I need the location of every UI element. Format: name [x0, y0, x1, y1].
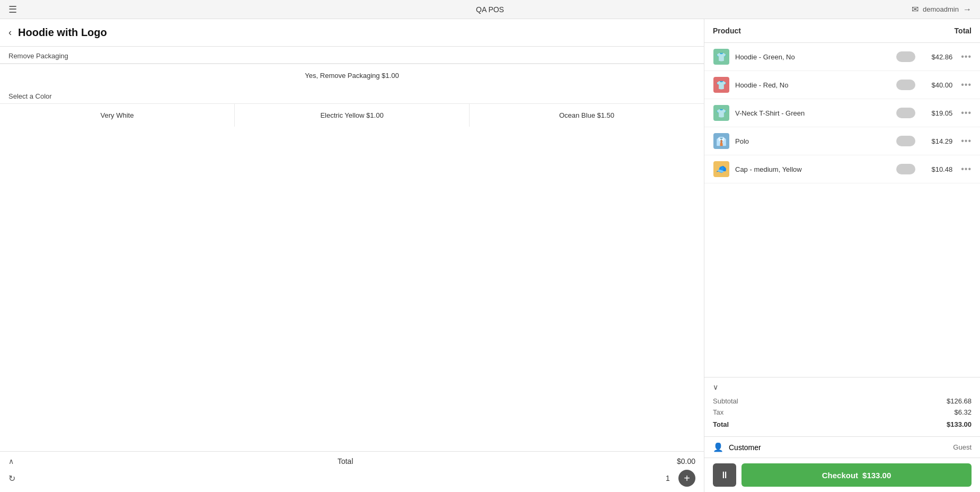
order-item-more-icon[interactable]: •••	[958, 164, 972, 174]
order-list: 👕Hoodie - Green, No$42.86•••👕Hoodie - Re…	[704, 43, 980, 377]
order-item-icon: 👕	[713, 48, 730, 65]
color-options-row: Very White Electric Yellow $1.00 Ocean B…	[0, 103, 704, 127]
order-item-icon: 👔	[713, 133, 730, 150]
order-item: 👕Hoodie - Green, No$42.86•••	[704, 43, 980, 71]
customer-icon: 👤	[713, 442, 723, 452]
order-item: 👕V-Neck T-Shirt - Green$19.05•••	[704, 99, 980, 127]
checkout-button[interactable]: Checkout $133.00	[741, 463, 972, 487]
checkout-price: $133.00	[862, 471, 891, 480]
subtotal-value: $126.68	[947, 397, 972, 405]
subtotal-label: Subtotal	[713, 397, 738, 405]
menu-icon[interactable]: ☰	[8, 4, 17, 15]
order-item-price: $19.05	[921, 109, 952, 117]
customer-row: 👤 Customer Guest	[704, 436, 980, 458]
order-item-toggle[interactable]	[896, 80, 915, 90]
collapse-icon[interactable]: ∨	[713, 383, 718, 391]
order-item-price: $40.00	[921, 81, 952, 89]
order-item-toggle[interactable]	[896, 51, 915, 62]
qty-display: 1 +	[661, 470, 695, 487]
right-header: Product Total	[704, 19, 980, 43]
refresh-icon[interactable]: ↻	[8, 473, 15, 484]
right-footer: ∨ Subtotal $126.68 Tax $6.32 Total $133.…	[704, 377, 980, 436]
order-item-name: V-Neck T-Shirt - Green	[735, 109, 891, 117]
customer-label: Customer	[729, 443, 761, 452]
page-title: Hoodie with Logo	[18, 27, 107, 39]
order-item-icon: 👕	[713, 104, 730, 121]
total-label: Total	[713, 420, 729, 428]
right-bottom-actions: ⏸ Checkout $133.00	[704, 458, 980, 492]
left-footer-inner: ∧ Total $0.00 ↻ 1 +	[8, 457, 695, 487]
order-item-more-icon[interactable]: •••	[958, 136, 972, 146]
lf-bottom-row: ↻ 1 +	[8, 470, 695, 487]
order-item-name: Cap - medium, Yellow	[735, 165, 891, 173]
packaging-option-yes[interactable]: Yes, Remove Packaging $1.00	[0, 64, 704, 87]
color-option-very-white[interactable]: Very White	[0, 104, 235, 127]
pause-button[interactable]: ⏸	[713, 463, 736, 487]
order-item-name: Hoodie - Green, No	[735, 53, 891, 61]
left-panel: ‹ Hoodie with Logo Remove Packaging Yes,…	[0, 19, 704, 492]
email-icon: ✉	[912, 4, 919, 14]
main-layout: ‹ Hoodie with Logo Remove Packaging Yes,…	[0, 19, 980, 492]
topbar-right: ✉ demoadmin →	[912, 4, 972, 14]
order-item-name: Polo	[735, 137, 891, 145]
section-label-packaging: Remove Packaging	[0, 47, 704, 63]
topbar-username: demoadmin	[923, 5, 959, 13]
right-header-product-label: Product	[713, 27, 741, 35]
order-item: 👔Polo$14.29•••	[704, 127, 980, 155]
right-footer-collapse: ∨	[713, 383, 972, 396]
order-item-more-icon[interactable]: •••	[958, 52, 972, 62]
color-option-ocean-blue[interactable]: Ocean Blue $1.50	[470, 104, 704, 127]
order-item-icon: 🧢	[713, 161, 730, 178]
packaging-options-row: Yes, Remove Packaging $1.00	[0, 63, 704, 87]
order-item-more-icon[interactable]: •••	[958, 80, 972, 90]
qty-add-button[interactable]: +	[678, 470, 695, 487]
total-value: $133.00	[947, 420, 972, 428]
order-item-icon: 👕	[713, 76, 730, 93]
order-item: 🧢Cap - medium, Yellow$10.48•••	[704, 155, 980, 183]
color-option-electric-yellow[interactable]: Electric Yellow $1.00	[235, 104, 470, 127]
subtotal-row: Subtotal $126.68	[713, 396, 972, 407]
order-item-price: $42.86	[921, 53, 952, 61]
order-item-price: $14.29	[921, 137, 952, 145]
order-item: 👕Hoodie - Red, No$40.00•••	[704, 71, 980, 99]
total-row: Total $133.00	[713, 418, 972, 431]
footer-total-label: Total	[14, 457, 677, 465]
tax-value: $6.32	[954, 408, 972, 416]
order-item-toggle[interactable]	[896, 136, 915, 146]
order-item-more-icon[interactable]: •••	[958, 108, 972, 118]
tax-row: Tax $6.32	[713, 407, 972, 418]
customer-value: Guest	[953, 443, 972, 451]
lf-top-row: ∧ Total $0.00	[8, 457, 695, 465]
order-item-price: $10.48	[921, 165, 952, 173]
topbar-left: ☰	[8, 4, 17, 15]
footer-chevron-up-icon[interactable]: ∧	[8, 457, 14, 465]
left-footer: ∧ Total $0.00 ↻ 1 +	[0, 451, 704, 492]
topbar-title: QA POS	[476, 5, 504, 14]
back-button[interactable]: ‹	[8, 27, 12, 38]
order-item-toggle[interactable]	[896, 164, 915, 174]
checkout-label: Checkout	[822, 471, 858, 480]
section-label-color: Select a Color	[0, 87, 704, 103]
topbar: ☰ QA POS ✉ demoadmin →	[0, 0, 980, 19]
order-item-toggle[interactable]	[896, 108, 915, 118]
left-header: ‹ Hoodie with Logo	[0, 19, 704, 47]
right-header-total-label: Total	[955, 27, 972, 35]
right-panel: Product Total 👕Hoodie - Green, No$42.86•…	[704, 19, 980, 492]
footer-total-value: $0.00	[677, 457, 695, 465]
order-item-name: Hoodie - Red, No	[735, 81, 891, 89]
tax-label: Tax	[713, 408, 723, 416]
qty-number: 1	[661, 474, 674, 482]
logout-icon[interactable]: →	[963, 5, 972, 14]
left-content: Remove Packaging Yes, Remove Packaging $…	[0, 47, 704, 451]
